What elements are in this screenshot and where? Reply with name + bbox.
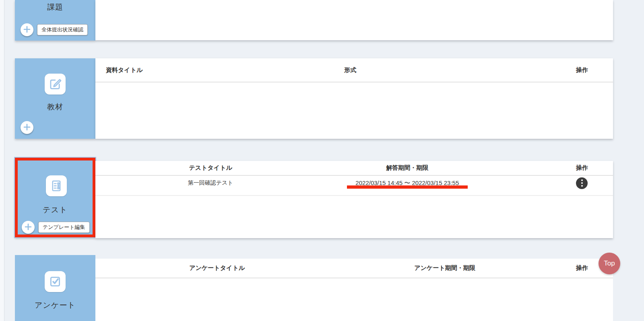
- assignment-section-tile: 課題 全体提出状況確認: [15, 0, 95, 41]
- test-header-operations: 操作: [551, 164, 613, 172]
- plus-icon: [23, 123, 31, 132]
- materials-table-header: 資料タイトル 形式 操作: [95, 58, 613, 82]
- materials-header-operations: 操作: [551, 66, 613, 74]
- template-edit-button[interactable]: テンプレート編集: [38, 222, 90, 233]
- assignment-section-panel: [95, 0, 613, 40]
- test-header-period: 解答期間・期限: [326, 164, 489, 172]
- survey-table-header: アンケートタイトル アンケート期間・期限 操作: [95, 259, 613, 278]
- scroll-to-top-button[interactable]: Top: [599, 253, 620, 274]
- survey-header-title: アンケートタイトル: [95, 264, 339, 272]
- materials-section-panel: 資料タイトル 形式 操作: [95, 58, 613, 139]
- red-underline-annotation: [347, 185, 468, 189]
- checklist-test-icon: [46, 175, 67, 196]
- materials-header-format: 形式: [302, 66, 398, 74]
- test-row-menu-button[interactable]: [576, 177, 588, 189]
- assignment-section-label: 課題: [15, 2, 95, 12]
- overall-submission-status-button[interactable]: 全体提出状況確認: [37, 24, 88, 35]
- test-table-header: テストタイトル 解答期間・期限 操作: [95, 161, 613, 176]
- survey-section-label: アンケート: [15, 300, 95, 311]
- add-test-button[interactable]: [22, 221, 35, 234]
- edit-pencil-square-icon: [45, 74, 66, 95]
- materials-header-title: 資料タイトル: [95, 66, 302, 74]
- add-material-button[interactable]: [21, 121, 33, 134]
- test-header-title: テストタイトル: [95, 164, 326, 172]
- add-assignment-button[interactable]: [21, 23, 33, 36]
- materials-section-label: 教材: [15, 102, 95, 112]
- test-row-period: 2022/03/15 14:45 〜 2022/03/15 23:55: [326, 179, 489, 187]
- test-row-title: 第一回確認テスト: [95, 179, 326, 187]
- plus-icon: [25, 223, 32, 232]
- test-section-panel: テストタイトル 解答期間・期限 操作 第一回確認テスト 2022/03/15 1…: [95, 161, 613, 238]
- plus-icon: [23, 26, 31, 34]
- checkbox-checked-icon: [45, 271, 66, 292]
- page-left-edge: [0, 0, 4, 321]
- test-table-row: 第一回確認テスト 2022/03/15 14:45 〜 2022/03/15 2…: [95, 176, 613, 196]
- survey-section-panel: アンケートタイトル アンケート期間・期限 操作: [95, 259, 613, 321]
- survey-section-tile: アンケート: [15, 255, 95, 321]
- test-section-tile-highlighted: テスト テンプレート編集: [15, 158, 95, 237]
- materials-section-tile: 教材: [15, 58, 95, 139]
- test-section-label: テスト: [18, 205, 93, 215]
- survey-header-period: アンケート期間・期限: [339, 264, 551, 272]
- kebab-menu-icon: [581, 179, 583, 187]
